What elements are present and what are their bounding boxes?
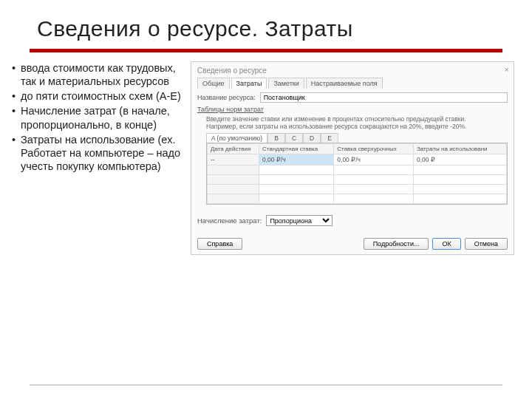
cell-date[interactable]: -- — [208, 154, 259, 166]
cell-per-use[interactable]: 0,00 ₽ — [413, 154, 506, 166]
tab-notes[interactable]: Заметки — [268, 78, 304, 89]
bullet-item: Затраты на использование (ex. Работает н… — [13, 133, 183, 173]
grid-row[interactable] — [208, 175, 507, 185]
hint-line-1: Введите значение ставки или изменение в … — [206, 115, 508, 123]
bullet-list: ввода стоимости как трудовых, так и мате… — [13, 61, 183, 255]
subtab-e[interactable]: E — [321, 133, 338, 143]
close-icon[interactable]: × — [505, 65, 509, 74]
grid-row[interactable] — [208, 194, 507, 204]
cost-accrual-select[interactable]: Пропорциона — [266, 215, 332, 226]
tab-general[interactable]: Общие — [197, 78, 230, 89]
col-overtime-rate[interactable]: Ставка сверхурочных — [334, 144, 414, 154]
cell-standard-rate[interactable]: 0,00 ₽/ч — [259, 154, 334, 166]
hint-text: Введите значение ставки или изменение в … — [206, 115, 508, 130]
tab-costs[interactable]: Затраты — [231, 78, 267, 89]
cost-rate-grid[interactable]: Дата действия Стандартная ставка Ставка … — [206, 143, 508, 205]
subtab-b[interactable]: B — [267, 133, 285, 143]
slide-title: Сведения о ресурсе. Затраты — [0, 0, 532, 49]
grid-row[interactable]: -- 0,00 ₽/ч 0,00 ₽/ч 0,00 ₽ — [208, 154, 507, 166]
bullet-item: Начисление затрат (в начале, пропорциона… — [13, 104, 183, 131]
title-underline — [30, 49, 502, 52]
footer-divider — [30, 384, 502, 386]
resource-name-label: Название ресурса: — [197, 94, 256, 101]
bullet-item: до пяти стоимостных схем (A-E) — [13, 89, 183, 103]
resource-name-input[interactable] — [260, 92, 508, 103]
help-button[interactable]: Справка — [197, 238, 242, 250]
hint-line-2: Например, если затраты на использование … — [206, 123, 508, 130]
cost-tables-label: Таблицы норм затрат — [197, 106, 508, 113]
cost-accrual-label: Начисление затрат: — [197, 216, 262, 225]
resource-info-dialog: × Сведения о ресурсе Общие Затраты Замет… — [191, 61, 514, 255]
details-button[interactable]: Подробности... — [364, 238, 429, 250]
dialog-title: Сведения о ресурсе — [197, 66, 508, 75]
grid-row[interactable] — [208, 185, 507, 194]
ok-button[interactable]: ОК — [432, 238, 460, 250]
subtab-c[interactable]: C — [285, 133, 303, 143]
grid-header-row: Дата действия Стандартная ставка Ставка … — [208, 144, 507, 154]
bullet-item: ввода стоимости как трудовых, так и мате… — [13, 61, 183, 88]
col-per-use-cost[interactable]: Затраты на использовани — [413, 144, 506, 154]
grid-row[interactable] — [208, 166, 507, 175]
dialog-tabs: Общие Затраты Заметки Настраиваемые поля — [197, 78, 508, 89]
cell-overtime-rate[interactable]: 0,00 ₽/ч — [334, 154, 414, 166]
cancel-button[interactable]: Отмена — [465, 238, 508, 250]
subtab-d[interactable]: D — [303, 133, 321, 143]
col-effective-date[interactable]: Дата действия — [208, 144, 259, 154]
col-standard-rate[interactable]: Стандартная ставка — [259, 144, 334, 154]
subtab-a[interactable]: A (по умолчанию) — [206, 133, 267, 143]
tab-custom-fields[interactable]: Настраиваемые поля — [306, 78, 383, 89]
rate-table-tabs: A (по умолчанию) B C D E — [206, 133, 508, 143]
